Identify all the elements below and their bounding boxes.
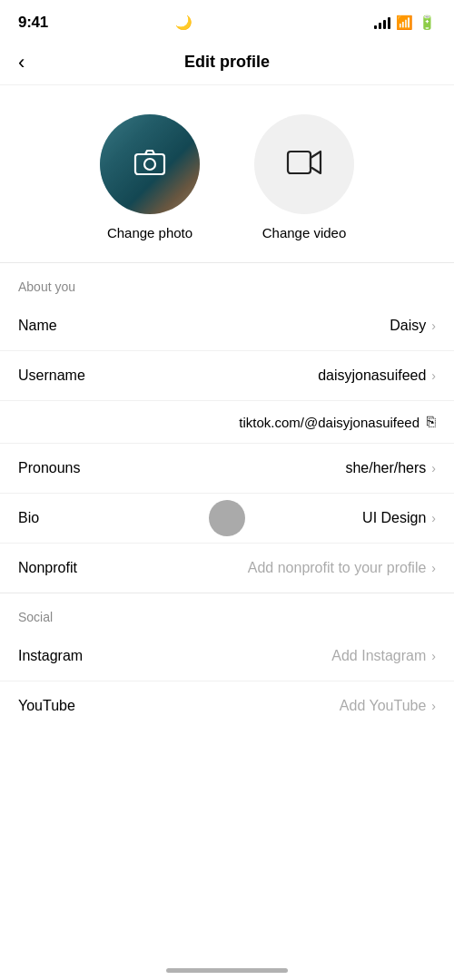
moon-icon: 🌙 xyxy=(175,15,192,31)
svg-rect-0 xyxy=(135,154,164,174)
about-section: About you Name Daisy › Username daisyjon… xyxy=(0,263,454,593)
camera-icon xyxy=(132,144,168,184)
youtube-value: Add YouTube › xyxy=(340,698,436,714)
instagram-text: Add Instagram xyxy=(331,648,426,664)
status-bar: 9:41 🌙 📶 🔋 xyxy=(0,0,454,40)
battery-icon: 🔋 xyxy=(419,15,436,31)
pronouns-value: she/her/hers › xyxy=(345,460,436,476)
chevron-icon: › xyxy=(431,699,436,713)
instagram-value: Add Instagram › xyxy=(331,648,436,664)
url-row[interactable]: tiktok.com/@daisyjonasuifeed ⎘ xyxy=(0,401,454,444)
chevron-icon: › xyxy=(431,461,436,475)
pronouns-row[interactable]: Pronouns she/her/hers › xyxy=(0,444,454,494)
profile-photo[interactable] xyxy=(100,114,200,214)
bio-row[interactable]: Bio UI Design › xyxy=(0,494,454,544)
pronouns-text: she/her/hers xyxy=(345,460,426,476)
username-row[interactable]: Username daisyjonasuifeed › xyxy=(0,351,454,401)
change-photo-item[interactable]: Change photo xyxy=(100,114,200,240)
username-label: Username xyxy=(18,368,85,384)
nonprofit-value: Add nonprofit to your profile › xyxy=(248,560,436,576)
change-video-item[interactable]: Change video xyxy=(254,114,354,240)
username-text: daisyjonasuifeed xyxy=(318,368,426,384)
bio-dot xyxy=(209,500,245,536)
youtube-label: YouTube xyxy=(18,698,75,714)
chevron-icon: › xyxy=(431,511,436,525)
status-time: 9:41 xyxy=(18,14,48,32)
copy-icon[interactable]: ⎘ xyxy=(427,414,436,430)
svg-point-1 xyxy=(144,159,155,170)
bio-value: UI Design › xyxy=(362,510,436,526)
photo-overlay xyxy=(100,114,200,214)
status-icons: 📶 🔋 xyxy=(374,15,436,31)
bio-text: UI Design xyxy=(362,510,426,526)
chevron-icon: › xyxy=(431,649,436,663)
username-value: daisyjonasuifeed › xyxy=(318,368,436,384)
bio-label: Bio xyxy=(18,510,39,526)
about-section-title: About you xyxy=(0,263,454,301)
chevron-icon: › xyxy=(431,318,436,333)
chevron-icon: › xyxy=(431,561,436,575)
name-row[interactable]: Name Daisy › xyxy=(0,301,454,351)
profile-media-section: Change photo Change video xyxy=(0,85,454,262)
nonprofit-row[interactable]: Nonprofit Add nonprofit to your profile … xyxy=(0,544,454,593)
page-title: Edit profile xyxy=(184,53,270,72)
svg-rect-2 xyxy=(288,152,311,173)
pronouns-label: Pronouns xyxy=(18,460,81,476)
wifi-icon: 📶 xyxy=(396,15,413,31)
social-section: Social Instagram Add Instagram › YouTube… xyxy=(0,593,454,730)
social-section-title: Social xyxy=(0,593,454,632)
youtube-text: Add YouTube xyxy=(340,698,427,714)
youtube-row[interactable]: YouTube Add YouTube › xyxy=(0,681,454,730)
name-value: Daisy › xyxy=(390,318,436,334)
video-circle[interactable] xyxy=(254,114,354,214)
change-photo-label: Change photo xyxy=(107,225,192,240)
tiktok-url: tiktok.com/@daisyjonasuifeed xyxy=(239,415,419,430)
back-button[interactable]: ‹ xyxy=(18,53,25,73)
change-video-label: Change video xyxy=(262,225,347,240)
signal-icon xyxy=(374,16,390,29)
nonprofit-text: Add nonprofit to your profile xyxy=(248,560,427,576)
video-icon xyxy=(286,144,322,184)
header: ‹ Edit profile xyxy=(0,40,454,85)
home-indicator xyxy=(166,968,288,973)
instagram-label: Instagram xyxy=(18,648,83,664)
chevron-icon: › xyxy=(431,368,436,383)
nonprofit-label: Nonprofit xyxy=(18,560,77,576)
name-text: Daisy xyxy=(390,318,426,334)
name-label: Name xyxy=(18,318,57,334)
instagram-row[interactable]: Instagram Add Instagram › xyxy=(0,632,454,681)
